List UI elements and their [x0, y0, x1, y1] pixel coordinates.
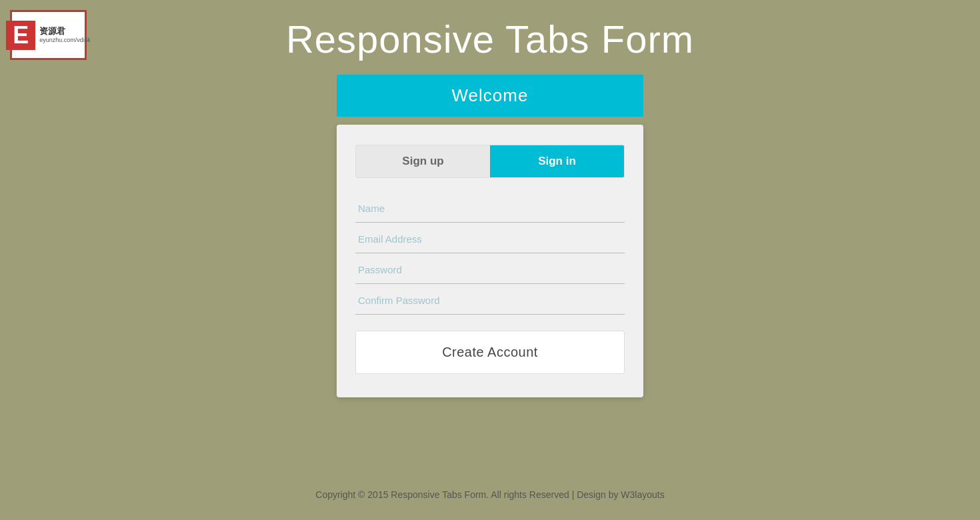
password-field-wrapper	[355, 256, 625, 284]
confirm-password-input[interactable]	[355, 287, 625, 315]
page-title: Responsive Tabs Form	[286, 17, 694, 61]
name-field-wrapper	[355, 195, 625, 223]
password-input[interactable]	[355, 256, 625, 284]
footer: Copyright © 2015 Responsive Tabs Form. A…	[0, 489, 980, 500]
welcome-banner: Welcome	[337, 75, 643, 117]
footer-text: Copyright © 2015 Responsive Tabs Form. A…	[315, 489, 664, 500]
form-card: Sign up Sign in Create Account	[337, 125, 643, 397]
logo-text-main: 资源君	[39, 26, 91, 37]
email-input[interactable]	[355, 225, 625, 253]
name-input[interactable]	[355, 195, 625, 223]
logo-text-sub: eyunzhu.com/vdisk	[39, 37, 91, 44]
logo-letter: E	[6, 21, 35, 50]
tab-signup[interactable]: Sign up	[356, 145, 490, 177]
tab-signin[interactable]: Sign in	[490, 145, 624, 177]
email-field-wrapper	[355, 225, 625, 253]
create-account-button[interactable]: Create Account	[355, 331, 625, 374]
confirm-password-field-wrapper	[355, 287, 625, 315]
logo: E 资源君 eyunzhu.com/vdisk	[10, 10, 87, 60]
form-fields: Create Account	[355, 195, 625, 374]
tabs-container: Sign up Sign in	[355, 145, 625, 178]
